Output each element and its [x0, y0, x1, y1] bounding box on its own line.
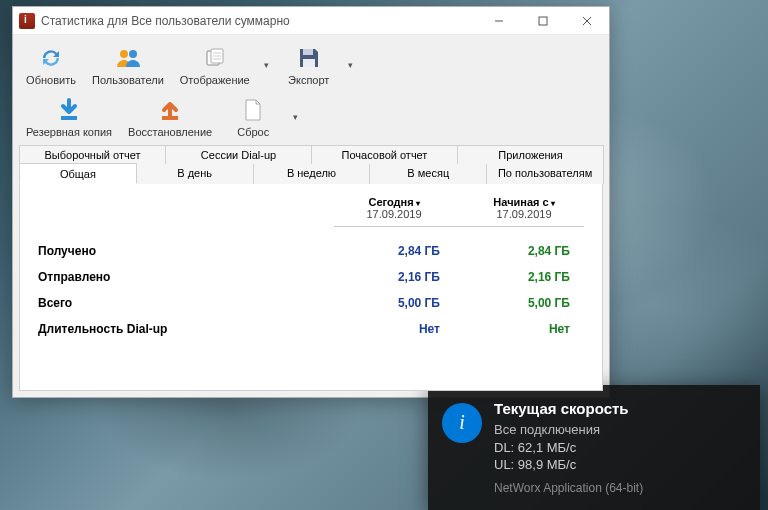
backup-button[interactable]: Резервная копия	[19, 91, 119, 143]
tab-dialup-sessions[interactable]: Сессии Dial-up	[165, 145, 312, 164]
speed-notification[interactable]: i Текущая скорость Все подключения DL: 6…	[428, 385, 760, 510]
svg-rect-11	[303, 49, 313, 55]
tab-hourly-report[interactable]: Почасовой отчет	[311, 145, 458, 164]
row-dialup-label: Длительность Dial-up	[38, 322, 324, 336]
tab-per-month[interactable]: В месяц	[369, 164, 487, 184]
notification-title: Текущая скорость	[494, 399, 643, 419]
save-icon	[295, 44, 323, 72]
row-received-label: Получено	[38, 244, 324, 258]
svg-rect-1	[539, 17, 547, 25]
notification-body: Текущая скорость Все подключения DL: 62,…	[494, 399, 643, 496]
display-button[interactable]: Отображение	[173, 39, 257, 91]
svg-point-4	[120, 50, 128, 58]
svg-point-5	[129, 50, 137, 58]
display-icon	[201, 44, 229, 72]
reset-dropdown[interactable]: ▾	[287, 102, 303, 132]
restore-button[interactable]: Восстановление	[121, 91, 219, 143]
svg-rect-12	[303, 59, 315, 67]
upload-icon	[156, 96, 184, 124]
dialup-since: Нет	[464, 322, 584, 336]
col-today-date: 17.09.2019	[334, 208, 454, 220]
col-today-header[interactable]: Сегодня▾ 17.09.2019	[334, 196, 454, 220]
maximize-button[interactable]	[521, 7, 565, 35]
display-label: Отображение	[180, 74, 250, 86]
row-sent-label: Отправлено	[38, 270, 324, 284]
received-today: 2,84 ГБ	[334, 244, 454, 258]
reset-button[interactable]: Сброс	[221, 91, 285, 143]
refresh-button[interactable]: Обновить	[19, 39, 83, 91]
sent-today: 2,16 ГБ	[334, 270, 454, 284]
toolbar: Обновить Пользователи Отображение ▾ Эксп…	[13, 35, 609, 143]
dropdown-icon: ▾	[551, 199, 555, 208]
tab-custom-report[interactable]: Выборочный отчет	[19, 145, 166, 164]
users-icon	[114, 44, 142, 72]
stats-window: Статистика для Все пользователи суммарно…	[12, 6, 610, 398]
tab-per-day[interactable]: В день	[136, 164, 254, 184]
dropdown-icon: ▾	[416, 199, 420, 208]
notification-subtitle: Все подключения	[494, 421, 643, 439]
tab-per-week[interactable]: В неделю	[253, 164, 371, 184]
notification-ul: UL: 98,9 МБ/с	[494, 456, 643, 474]
export-dropdown[interactable]: ▾	[343, 50, 359, 80]
sent-since: 2,16 ГБ	[464, 270, 584, 284]
received-since: 2,84 ГБ	[464, 244, 584, 258]
download-icon	[55, 96, 83, 124]
info-icon: i	[442, 403, 482, 443]
window-title: Статистика для Все пользователи суммарно	[41, 14, 477, 28]
total-since: 5,00 ГБ	[464, 296, 584, 310]
tab-applications[interactable]: Приложения	[457, 145, 604, 164]
backup-label: Резервная копия	[26, 126, 112, 138]
app-icon	[19, 13, 35, 29]
svg-rect-14	[162, 116, 178, 120]
close-button[interactable]	[565, 7, 609, 35]
row-total-label: Всего	[38, 296, 324, 310]
minimize-button[interactable]	[477, 7, 521, 35]
refresh-icon	[37, 44, 65, 72]
tab-row-top: Выборочный отчет Сессии Dial-up Почасово…	[19, 145, 603, 164]
document-icon	[239, 96, 267, 124]
col-since-date: 17.09.2019	[464, 208, 584, 220]
svg-rect-13	[61, 116, 77, 120]
notification-dl: DL: 62,1 МБ/с	[494, 439, 643, 457]
refresh-label: Обновить	[26, 74, 76, 86]
col-since-header[interactable]: Начиная с▾ 17.09.2019	[464, 196, 584, 220]
export-label: Экспорт	[288, 74, 329, 86]
tab-per-user[interactable]: По пользователям	[486, 164, 604, 184]
tab-row-bottom: Общая В день В неделю В месяц По пользов…	[19, 164, 603, 184]
dialup-today: Нет	[334, 322, 454, 336]
users-button[interactable]: Пользователи	[85, 39, 171, 91]
users-label: Пользователи	[92, 74, 164, 86]
reset-label: Сброс	[237, 126, 269, 138]
restore-label: Восстановление	[128, 126, 212, 138]
tab-general[interactable]: Общая	[19, 163, 137, 184]
titlebar: Статистика для Все пользователи суммарно	[13, 7, 609, 35]
notification-app: NetWorx Application (64-bit)	[494, 480, 643, 496]
tabs-area: Выборочный отчет Сессии Dial-up Почасово…	[13, 143, 609, 397]
total-today: 5,00 ГБ	[334, 296, 454, 310]
stats-content: Сегодня▾ 17.09.2019 Начиная с▾ 17.09.201…	[19, 184, 603, 391]
display-dropdown[interactable]: ▾	[259, 50, 275, 80]
export-button[interactable]: Экспорт	[277, 39, 341, 91]
